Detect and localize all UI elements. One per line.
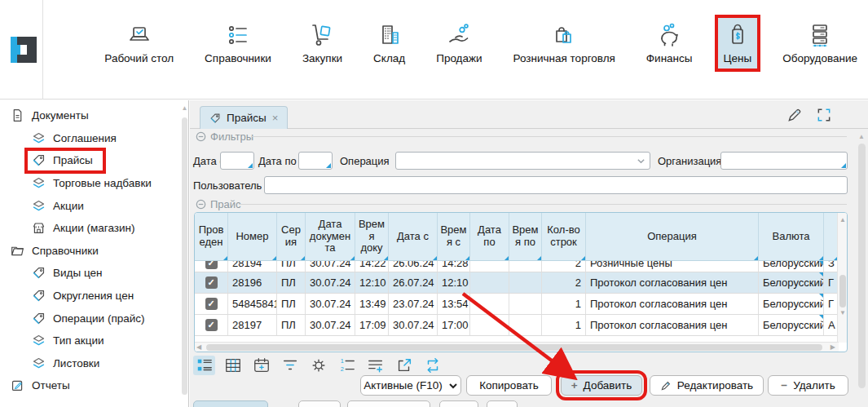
open-external-icon[interactable] [393,356,415,375]
sidebar-item-5[interactable]: Акции [0,194,188,217]
sidebar-item-7[interactable]: Справочники [0,240,188,263]
scroll-down-icon[interactable]: ▼ [838,309,848,316]
operation-select[interactable] [395,152,650,170]
tab-prices[interactable]: Прайсы × [200,106,288,129]
row-checkbox[interactable]: ✓ [195,294,228,314]
scrollbar-thumb[interactable] [182,117,187,395]
collapse-icon[interactable] [196,199,206,210]
add-button[interactable]: + Добавить [561,375,642,396]
nav-item-2[interactable]: Справочники [199,18,277,69]
table-cell: 30.07.24 [306,294,355,314]
filter-icon[interactable] [279,356,301,375]
scroll-up-icon[interactable]: ▲ [838,216,848,223]
tab-bar: Прайсы × [190,100,868,129]
column-header[interactable]: Дата по [470,213,509,260]
column-header[interactable]: Кол-во строк [542,213,586,260]
scroll-up-icon[interactable]: ▲ [857,133,866,140]
column-header[interactable]: Проведен [195,213,228,260]
tab-close-icon[interactable]: × [272,112,279,124]
table-vertical-scrollbar[interactable]: ▲ ▼ [837,213,847,343]
calendar-view-icon[interactable] [250,356,272,375]
scrollbar-thumb[interactable] [206,344,822,351]
detail-view-icon[interactable] [193,356,215,375]
user-input[interactable] [264,176,848,194]
table-row-4[interactable]: ✓28197ПЛ30.07.2417:0930.07.2417:001Прото… [195,315,839,336]
operation-label: Операция [340,155,390,167]
sidebar-item-1[interactable]: Документы [0,104,188,127]
table-row-3[interactable]: ✓54845841ПЛ30.07.2413:4923.07.2413:541Пр… [195,294,839,315]
column-header[interactable]: Номер [228,213,277,260]
sidebar-item-label: Прайсы [53,154,93,166]
clipped-button[interactable] [487,400,518,407]
prices-icon [724,21,751,49]
sidebar-item-12[interactable]: Листовки [0,352,188,375]
scrollbar-thumb[interactable] [839,275,846,307]
sidebar-item-6[interactable]: Акции (магазин) [0,217,188,240]
organization-input[interactable] [720,152,848,170]
nav-item-6[interactable]: Розничная торговля [508,18,621,69]
table-horizontal-scrollbar[interactable]: ◀ ▶ [195,342,839,352]
nav-item-4[interactable]: Склад [368,18,411,69]
clipped-button[interactable] [193,400,268,407]
nav-item-7[interactable]: Финансы [641,18,698,69]
sidebar-scrollbar[interactable]: ▲ [181,104,188,403]
refresh-icon[interactable] [421,356,443,375]
nav-item-8[interactable]: Цены [718,18,758,69]
scroll-up-icon[interactable]: ▲ [181,104,188,113]
minus-icon: − [781,379,787,392]
column-header[interactable]: Время с [438,213,470,260]
column-header[interactable]: Дата документа [306,213,355,260]
scroll-right-icon[interactable]: ▶ [831,343,835,351]
sidebar-item-13[interactable]: Отчеты [0,374,188,397]
sidebar-item-2[interactable]: Соглашения [0,127,188,150]
clipped-button[interactable] [347,400,430,407]
sidebar-item-label: Округления цен [53,290,134,302]
clipped-button[interactable] [298,400,341,407]
clipped-button[interactable] [439,400,478,407]
main-vertical-scrollbar[interactable]: ▲ [857,133,866,405]
nav-item-9[interactable]: Оборудование [777,18,863,69]
sidebar-item-label: Тип акции [53,334,104,347]
column-header[interactable]: Дата с [389,213,438,260]
settings-icon[interactable] [307,356,329,375]
scrollbar-thumb[interactable] [858,144,866,388]
table-row-2[interactable]: ✓28196ПЛ30.07.2412:1026.07.2412:102Прото… [195,272,839,294]
row-checkbox[interactable]: ✓ [195,261,228,272]
expand-icon[interactable] [816,107,832,123]
scroll-left-icon[interactable]: ◀ [196,343,201,351]
tab-label: Прайсы [227,112,267,124]
nav-item-5[interactable]: Продажи [430,18,487,69]
sidebar-item-4[interactable]: Торговые надбавки [0,172,188,195]
column-header[interactable]: Валюта [759,213,824,260]
table-cell: Белорусский [759,294,824,314]
button-label: Активные (F10) [364,379,443,392]
nav-item-1[interactable]: Рабочий стол [99,18,179,69]
row-checkbox[interactable]: ✓ [195,272,228,293]
date-to-input[interactable] [298,152,333,170]
date-from-input[interactable] [220,152,254,170]
sidebar-item-9[interactable]: Округления цен [0,285,188,307]
table-row-1[interactable]: ✓28194ПЛ30.07.2414:2226.06.2414:282Розни… [195,261,839,272]
row-checkbox[interactable]: ✓ [195,315,228,335]
sidebar-item-8[interactable]: Виды цен [0,262,188,285]
edit-pencil-icon[interactable] [786,107,803,123]
sidebar-item-10[interactable]: Операции (прайс) [0,307,188,330]
document-icon [10,108,24,123]
column-header[interactable]: Серия [277,213,306,260]
edit-button[interactable]: Редактировать [650,375,764,396]
nav-item-3[interactable]: Закупки [297,18,348,69]
column-header[interactable]: Время по [509,213,542,260]
grid-view-icon[interactable] [222,356,244,375]
collapse-icon[interactable] [196,131,206,142]
filters-group-label: Фильтры [196,131,253,143]
column-header[interactable]: Время доку [355,213,389,260]
delete-button[interactable]: − Удалить [768,375,848,396]
numbered-list-icon[interactable]: 12 [336,356,358,375]
sidebar-item-11[interactable]: Тип акции [0,330,188,352]
active-filter-button[interactable]: Активные (F10) [360,375,461,396]
column-header[interactable]: Операция [586,213,759,260]
copy-button[interactable]: Копировать [466,375,552,396]
sidebar-item-label: Торговые надбавки [53,177,152,189]
sidebar-item-3[interactable]: Прайсы [0,149,188,172]
list-add-icon[interactable] [364,356,386,375]
